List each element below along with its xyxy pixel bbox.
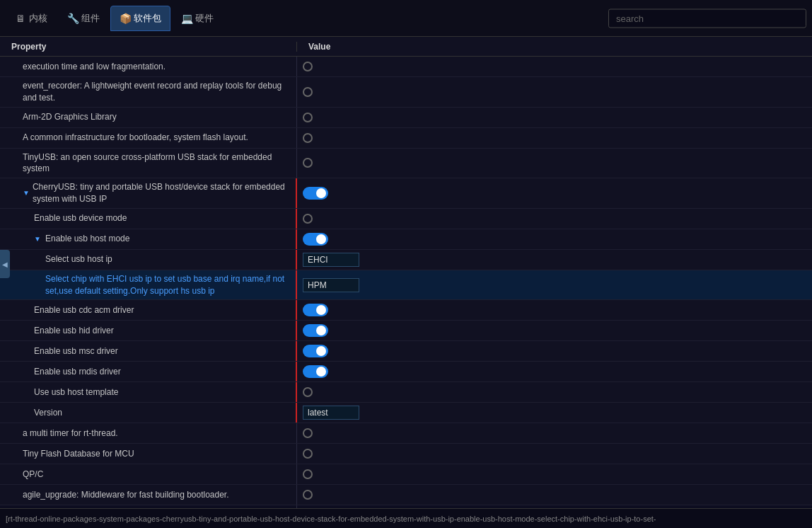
value-cell — [297, 300, 812, 320]
radio-button[interactable] — [303, 113, 313, 122]
property-cell: TinyUSB: an open source cross-platform U… — [0, 149, 297, 178]
text-value[interactable]: EHCI — [303, 253, 359, 267]
property-label: Enable usb rndis driver — [34, 366, 121, 378]
main-content: execution time and low fragmentation.eve… — [0, 57, 812, 508]
value-column-header: Value — [297, 42, 342, 52]
property-cell: a multi timer for rt-thread. — [0, 423, 297, 443]
value-cell — [297, 485, 812, 505]
value-cell — [297, 153, 812, 173]
tab-components[interactable]: 🔧 组件 — [58, 6, 109, 31]
table-row: QP/C — [0, 464, 812, 485]
property-label: Enable usb msc driver — [34, 345, 118, 357]
property-cell: QP/C — [0, 464, 297, 484]
table-row: Use usb host template — [0, 382, 812, 403]
search-input[interactable] — [608, 8, 806, 28]
toggle-switch[interactable] — [303, 324, 328, 337]
radio-button[interactable] — [303, 387, 313, 397]
hardware-icon: 💻 — [181, 13, 192, 24]
table-row: agile_upgrade: Middleware for fast build… — [0, 485, 812, 505]
value-cell — [297, 444, 812, 464]
property-cell: ▼Enable usb host mode — [0, 229, 297, 249]
property-column-header: Property — [0, 42, 297, 52]
side-handle[interactable]: ◀ — [0, 250, 10, 278]
tab-hardware-label: 硬件 — [195, 12, 214, 25]
statusbar-text: [rt-thread-online-packages-system-packag… — [6, 515, 656, 523]
property-label: Select usb host ip — [45, 253, 112, 265]
toggle-knob — [316, 326, 326, 335]
value-cell: HPM — [297, 275, 812, 295]
tab-hardware[interactable]: 💻 硬件 — [172, 6, 223, 31]
property-label: Enable usb cdc acm driver — [34, 304, 134, 316]
radio-button[interactable] — [303, 490, 313, 500]
tab-packages-label: 软件包 — [134, 12, 161, 25]
property-label: Arm-2D Graphics Library — [23, 111, 117, 123]
property-cell: Enable usb cdc acm driver — [0, 300, 297, 320]
radio-button[interactable] — [303, 469, 313, 479]
table-row: A common infrastructure for bootloader, … — [0, 128, 812, 149]
tab-kernel[interactable]: 🖥 内核 — [6, 6, 57, 31]
value-cell — [297, 183, 812, 203]
radio-button[interactable] — [303, 214, 313, 224]
table-row: TinyUSB: an open source cross-platform U… — [0, 149, 812, 179]
property-label: a multi timer for rt-thread. — [23, 427, 118, 440]
value-cell — [297, 82, 812, 102]
table-row: event_recorder: A lightweight event reco… — [0, 77, 812, 108]
table-row: Enable usb rndis driver — [0, 362, 812, 382]
search-box — [608, 8, 806, 28]
table-row: execution time and low fragmentation. — [0, 57, 812, 77]
radio-button[interactable] — [303, 87, 313, 97]
value-cell — [297, 229, 812, 249]
expand-arrow-icon[interactable]: ▼ — [23, 188, 30, 198]
value-cell — [297, 108, 812, 127]
property-label: TinyUSB: an open source cross-platform U… — [23, 151, 291, 176]
table-row: ▼Enable usb host mode — [0, 229, 812, 250]
property-cell: Select usb host ip — [0, 250, 297, 270]
property-cell: Enable usb device mode — [0, 209, 297, 229]
components-icon: 🔧 — [67, 13, 79, 24]
property-cell: Select chip with EHCI usb ip to set usb … — [0, 270, 297, 300]
toggle-switch[interactable] — [303, 304, 328, 316]
tab-packages[interactable]: 📦 软件包 — [110, 6, 170, 31]
table-row: a multi timer for rt-thread. — [0, 423, 812, 444]
topbar: 🖥 内核 🔧 组件 📦 软件包 💻 硬件 — [0, 0, 812, 37]
property-label: Enable usb host mode — [45, 233, 129, 245]
toggle-switch[interactable] — [303, 345, 328, 357]
table-row: Enable usb msc driver — [0, 341, 812, 362]
toggle-switch[interactable] — [303, 187, 328, 200]
value-cell — [297, 382, 812, 402]
radio-button[interactable] — [303, 158, 313, 168]
toggle-knob — [316, 234, 326, 244]
table-row: Enable usb device mode — [0, 209, 812, 229]
value-cell — [297, 128, 812, 148]
toggle-knob — [316, 367, 326, 377]
radio-button[interactable] — [303, 62, 313, 71]
value-cell — [297, 341, 812, 361]
property-cell: agile_upgrade: Middleware for fast build… — [0, 485, 297, 505]
property-cell: event_recorder: A lightweight event reco… — [0, 77, 297, 107]
table-row: Enable usb hid driver — [0, 321, 812, 341]
table-row: Tiny Flash Database for MCU — [0, 444, 812, 464]
property-label: event_recorder: A lightweight event reco… — [23, 80, 291, 104]
value-cell — [297, 362, 812, 381]
text-value[interactable]: HPM — [303, 278, 359, 292]
text-value[interactable]: latest — [303, 406, 359, 420]
property-label: CherryUSB: tiny and portable USB host/de… — [33, 181, 290, 205]
property-label: agile_upgrade: Middleware for fast build… — [23, 489, 229, 501]
kernel-icon: 🖥 — [15, 13, 26, 24]
toggle-knob — [316, 188, 326, 198]
radio-button[interactable] — [303, 428, 313, 438]
property-label: Use usb host template — [34, 386, 118, 398]
property-label: A common infrastructure for bootloader, … — [23, 132, 248, 144]
value-cell: EHCI — [297, 250, 812, 270]
property-label: Select chip with EHCI usb ip to set usb … — [45, 273, 290, 297]
toggle-switch[interactable] — [303, 233, 328, 246]
radio-button[interactable] — [303, 449, 313, 459]
value-cell — [297, 464, 812, 484]
table-row: Select chip with EHCI usb ip to set usb … — [0, 270, 812, 301]
toggle-switch[interactable] — [303, 365, 328, 378]
expand-arrow-icon[interactable]: ▼ — [34, 234, 42, 244]
toggle-knob — [316, 346, 326, 356]
radio-button[interactable] — [303, 133, 313, 143]
property-cell: Use usb host template — [0, 382, 297, 402]
value-cell — [297, 321, 812, 340]
